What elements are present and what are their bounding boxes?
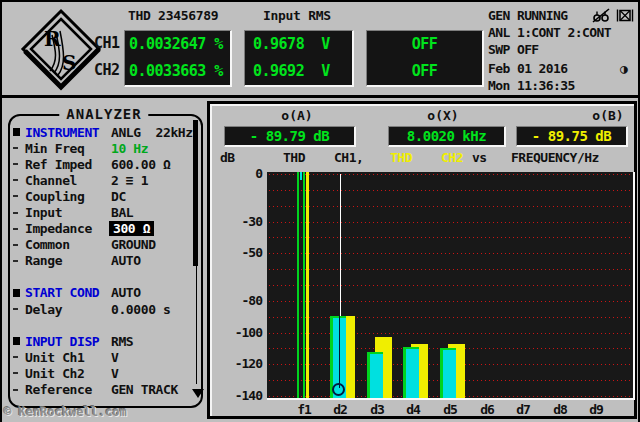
thd-panel-title: THD 23456789 bbox=[128, 8, 218, 23]
grid-line bbox=[269, 317, 631, 318]
setting-value[interactable]: BAL bbox=[111, 205, 133, 220]
grid-line bbox=[269, 253, 631, 254]
x-tick-label: d3 bbox=[360, 402, 394, 417]
x-tick-label: d4 bbox=[396, 402, 430, 417]
analyzer-rows: INSTRUMENTANLG 22kHzMin Freq10 HzRef Imp… bbox=[12, 124, 196, 400]
setting-label: Reference bbox=[25, 382, 111, 397]
setting-value[interactable]: AUTO bbox=[111, 253, 141, 268]
grid-line bbox=[269, 237, 631, 238]
bar-ch1-d3 bbox=[367, 352, 383, 398]
thd-display: 0.0032647 % 0.0033663 % bbox=[124, 30, 232, 87]
setting-label: Channel bbox=[25, 173, 111, 188]
x-tick-label: d5 bbox=[433, 402, 467, 417]
analyzer-row-impedance[interactable]: Impedance300 Ω bbox=[12, 221, 196, 237]
plot-area bbox=[267, 172, 635, 400]
grid-line bbox=[269, 333, 631, 334]
readout-b-value: - 89.75 dB bbox=[516, 126, 628, 147]
grid-line bbox=[269, 285, 631, 286]
cursor-line-in-bar bbox=[339, 316, 340, 388]
analyzer-row-ref-imped[interactable]: Ref Imped600.00 Ω bbox=[12, 156, 196, 172]
setting-value[interactable]: RMS bbox=[111, 334, 133, 349]
graph-title-part-5: FREQUENCY/Hz bbox=[511, 150, 599, 165]
thd-ch1-value: 0.0032647 % bbox=[129, 35, 223, 53]
analyzer-row-start-cond[interactable]: START CONDAUTO bbox=[12, 285, 196, 301]
aux-ch2-value: OFF bbox=[367, 62, 482, 80]
setting-value[interactable]: GEN TRACK bbox=[111, 382, 178, 397]
analyzer-row-input[interactable]: InputBAL bbox=[12, 204, 196, 220]
y-tick-label: 0 bbox=[210, 166, 262, 181]
setting-label: Delay bbox=[25, 302, 111, 317]
analyzer-row-common[interactable]: CommonGROUND bbox=[12, 237, 196, 253]
status-swp: SWP OFF bbox=[488, 42, 539, 57]
analyzer-scrollbar-thumb[interactable] bbox=[193, 120, 198, 266]
grid-line bbox=[269, 222, 631, 223]
status-time: Mon 11:36:35 bbox=[488, 78, 575, 93]
screen-frame-left bbox=[0, 0, 2, 422]
screen-frame-top bbox=[0, 0, 640, 2]
y-tick-label: -140 bbox=[210, 388, 262, 403]
grid-line bbox=[269, 269, 631, 270]
analyzer-row-channel[interactable]: Channel2 ≡ 1 bbox=[12, 172, 196, 188]
setting-label: Unit Ch1 bbox=[25, 350, 111, 365]
bar-ch1-d5 bbox=[440, 348, 456, 398]
status-gen: GEN RUNNING bbox=[488, 8, 568, 23]
setting-value[interactable]: V bbox=[111, 366, 118, 381]
thd-ch2-value: 0.0033663 % bbox=[129, 62, 223, 80]
analyzer-row-instrument[interactable]: INSTRUMENTANLG 22kHz bbox=[12, 124, 196, 140]
setting-value[interactable]: 10 Hz bbox=[111, 141, 148, 156]
setting-value[interactable]: DC bbox=[111, 189, 126, 204]
analyzer-row-spacer bbox=[12, 317, 196, 333]
x-tick-label: d7 bbox=[506, 402, 540, 417]
setting-value[interactable]: AUTO bbox=[111, 285, 141, 300]
graph-title-part-1: CH1, bbox=[334, 150, 363, 165]
graph-title-part-2: THD bbox=[390, 150, 412, 165]
analyzer-row-coupling[interactable]: CouplingDC bbox=[12, 188, 196, 204]
analyzer-row-reference[interactable]: ReferenceGEN TRACK bbox=[12, 382, 196, 398]
analyzer-scroll-down-icon[interactable] bbox=[192, 389, 204, 398]
fundamental-line bbox=[300, 172, 302, 180]
setting-value[interactable]: ANLG 22kHz bbox=[111, 125, 193, 140]
x-tick-label: d2 bbox=[323, 402, 357, 417]
watermark: © KenRockwell.com bbox=[4, 405, 127, 419]
setting-value[interactable]: 0.0000 s bbox=[111, 302, 170, 317]
grid-line bbox=[269, 206, 631, 207]
analyzer-row-unit-ch1[interactable]: Unit Ch1V bbox=[12, 349, 196, 365]
y-tick-label: -100 bbox=[210, 325, 262, 340]
setting-label: Impedance bbox=[25, 221, 111, 236]
analyzer-row-delay[interactable]: Delay0.0000 s bbox=[12, 301, 196, 317]
analyzer-row-unit-ch2[interactable]: Unit Ch2V bbox=[12, 365, 196, 381]
graph-title-part-0: THD bbox=[283, 150, 305, 165]
grid-line bbox=[269, 190, 631, 191]
cursor-marker-icon bbox=[332, 383, 345, 396]
y-tick-label: -30 bbox=[210, 214, 262, 229]
analyzer-row-min-freq[interactable]: Min Freq10 Hz bbox=[12, 140, 196, 156]
setting-value[interactable]: GROUND bbox=[111, 237, 156, 252]
setting-label: Unit Ch2 bbox=[25, 366, 111, 381]
cursor-line[interactable] bbox=[340, 174, 341, 316]
analyzer-row-spacer bbox=[12, 269, 196, 285]
header-divider bbox=[0, 95, 640, 98]
analyzer-row-input-disp[interactable]: INPUT DISPRMS bbox=[12, 333, 196, 349]
thd-ch1-label: CH1 bbox=[94, 34, 120, 52]
rms-ch2-value: 0.9692 V bbox=[253, 62, 330, 80]
analyzer-panel-title: ANALYZER bbox=[59, 106, 148, 122]
readout-b-label: o(B) bbox=[592, 108, 623, 123]
analyzer-row-range[interactable]: RangeAUTO bbox=[12, 253, 196, 269]
readout-a-value: - 89.79 dB bbox=[224, 126, 356, 147]
aux-ch1-value: OFF bbox=[367, 35, 482, 53]
setting-value[interactable]: 300 Ω bbox=[109, 221, 154, 236]
rms-panel-title: Input RMS bbox=[263, 8, 331, 23]
setting-value[interactable]: 2 ≡ 1 bbox=[111, 173, 148, 188]
rms-ch1-value: 0.9678 V bbox=[253, 35, 330, 53]
setting-label: Ref Imped bbox=[25, 157, 111, 172]
svg-text:R: R bbox=[44, 27, 61, 51]
readout-x-value: 8.0020 kHz bbox=[388, 126, 506, 147]
y-tick-label: -80 bbox=[210, 293, 262, 308]
graph-title-part-3: CH2 bbox=[441, 150, 463, 165]
y-tick-label: -120 bbox=[210, 356, 262, 371]
setting-value[interactable]: 600.00 Ω bbox=[111, 157, 170, 172]
x-tick-label: d9 bbox=[579, 402, 613, 417]
fundamental-line bbox=[303, 172, 305, 398]
aux-display: OFF OFF bbox=[366, 30, 484, 87]
setting-value[interactable]: V bbox=[111, 350, 118, 365]
